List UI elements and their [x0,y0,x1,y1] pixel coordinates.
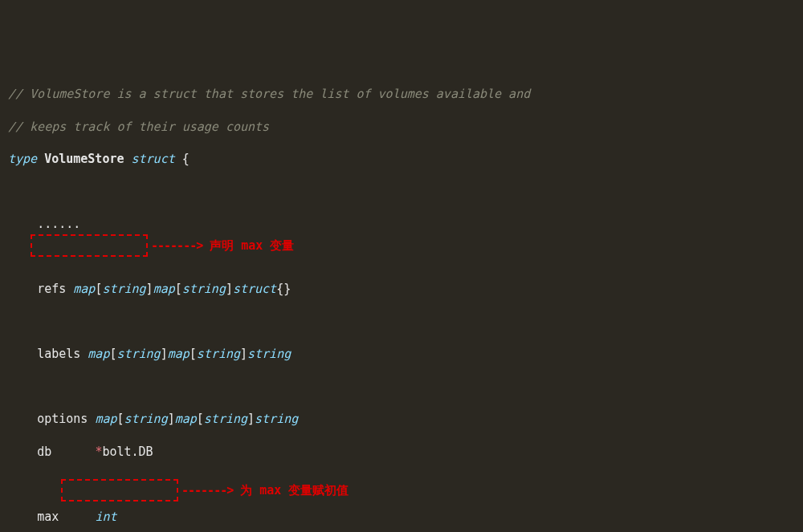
map-type: map [95,412,116,426]
keyword-struct: struct [132,152,175,166]
map-type: map [153,282,175,296]
string-type: string [116,347,160,361]
code-line: refs map[string]map[string]struct{} [8,281,795,297]
int-type: int [95,510,116,524]
code-line: // keeps track of their usage counts [8,119,795,135]
string-type: string [247,347,291,361]
string-type: string [204,412,247,426]
bracket: ] [168,412,175,426]
field-labels: labels [37,347,80,361]
comment: // VolumeStore is a struct that stores t… [8,87,530,101]
string-type: string [102,282,145,296]
string-type: string [182,282,226,296]
map-type: map [88,347,109,361]
code-line: options map[string]map[string]string [8,411,795,427]
code-line [8,249,795,265]
field-options: options [37,412,88,426]
bracket: ] [226,282,233,296]
type-name: VolumeStore [44,152,124,166]
keyword-type: type [8,152,37,166]
string-type: string [197,347,240,361]
braces: {} [276,282,291,296]
string-type: string [255,412,298,426]
bracket: ] [161,347,168,361]
brace: { [182,152,190,166]
bracket: ] [240,347,247,361]
field-refs: refs [37,282,66,296]
code-line: labels map[string]map[string]string [8,346,795,362]
code-line: type VolumeStore struct { [8,151,795,167]
map-type: map [168,347,190,361]
code-line: db *bolt.DB [8,444,795,460]
bracket: ] [146,282,153,296]
code-line: ...... [8,216,795,232]
code-editor: // VolumeStore is a struct that stores t… [8,70,795,532]
bracket: [ [197,412,204,426]
code-line [8,379,795,395]
comment: // keeps track of their usage counts [8,120,269,134]
bracket: [ [190,347,197,361]
code-line: // VolumeStore is a struct that stores t… [8,86,795,102]
code-line [8,314,795,330]
map-type: map [73,282,95,296]
string-type: string [124,412,168,426]
bracket: ] [247,412,255,426]
field-db: db [37,445,51,459]
map-type: map [175,412,197,426]
bracket: [ [116,412,124,426]
dots: ...... [37,217,80,231]
code-line: max int [8,509,795,525]
bolt-db: bolt.DB [102,445,153,459]
field-max: max [37,510,59,524]
bracket: [ [175,282,182,296]
code-line [8,476,795,492]
code-line [8,184,795,200]
struct-type: struct [233,282,276,296]
